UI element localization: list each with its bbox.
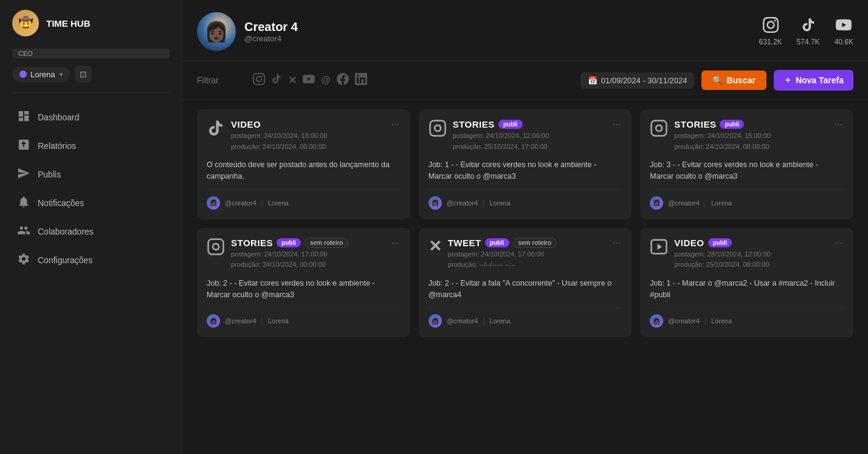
card-footer: 👩🏿 @creator4 | Lorena (429, 308, 622, 328)
card-header-left: STORIES publi postagem: 24/10/2024, 12:0… (429, 119, 549, 152)
card-divider: | (704, 317, 706, 325)
card-divider: | (483, 317, 484, 325)
tiktok-count: 574.7K (797, 38, 820, 46)
filter-linkedin-icon[interactable] (355, 73, 367, 88)
creator-avatar-small: 👩🏿 (650, 314, 663, 328)
card-assignee: Lorena (711, 199, 732, 207)
task-card-5[interactable]: ✕ TWEET publi sem roteiro postagem: 24/1… (419, 228, 632, 338)
card-divider: | (704, 199, 706, 207)
sidebar-item-dashboard[interactable]: Dashboard (5, 103, 177, 131)
card-assignee: Lorena (489, 199, 510, 207)
card-title-block: VIDEO postagem: 24/10/2024, 18:00:00 pro… (231, 119, 327, 152)
card-footer: 👩🏿 @creator4 | Lorena (207, 190, 401, 210)
card-header-left: STORIES publi sem roteiro postagem: 24/1… (207, 238, 348, 270)
date-range-picker[interactable]: 📅 01/09/2024 - 30/11/2024 (580, 72, 695, 89)
sem-roteiro-badge: sem roteiro (305, 238, 348, 248)
card-more-button[interactable]: ··· (833, 119, 844, 130)
sidebar-item-label: Configurações (38, 255, 92, 265)
sidebar-item-configuracoes[interactable]: Configurações (5, 246, 177, 274)
sidebar-item-publis[interactable]: Publis (5, 160, 177, 188)
card-header-left: VIDEO publi postagem: 28/10/2024, 12:00:… (650, 238, 770, 270)
sidebar-item-colaboradores[interactable]: Colaboradores (5, 218, 177, 246)
relatorios-icon (17, 138, 30, 154)
tiktok-stat[interactable]: 574.7K (797, 17, 820, 46)
card-body: Job: 3 - - Evitar cores verdes no look e… (650, 159, 844, 182)
user-dot (19, 71, 27, 78)
creator-avatar: 👩🏿 (197, 12, 236, 51)
card-user: @creator4 (668, 317, 700, 325)
layout-toggle-button[interactable]: ⊡ (75, 66, 92, 83)
task-card-2[interactable]: STORIES publi postagem: 24/10/2024, 12:0… (419, 109, 632, 219)
card-header: STORIES publi postagem: 24/10/2024, 15:0… (650, 119, 844, 152)
filter-instagram-icon[interactable] (253, 73, 265, 88)
filter-facebook-icon[interactable] (337, 73, 349, 88)
role-badge: CEO (12, 49, 170, 58)
card-user: @creator4 (447, 317, 478, 325)
publi-badge: publi (708, 238, 732, 247)
bell-icon (17, 195, 30, 211)
card-dates: postagem: 24/10/2024, 12:00:00 produção:… (453, 131, 549, 152)
card-more-button[interactable]: ··· (390, 238, 400, 249)
youtube-platform-icon (650, 238, 668, 259)
card-footer: 👩🏿 @creator4 | Lorena (207, 308, 401, 328)
card-footer: 👩🏿 @creator4 | Lorena (650, 308, 844, 328)
filter-tiktok-icon[interactable] (271, 74, 282, 88)
sidebar: 🤠 TIME HUB CEO Lorena ▾ ⊡ Dashboard Rela… (0, 0, 182, 454)
sidebar-item-label: Notificações (38, 198, 84, 208)
card-dates: postagem: 28/10/2024, 12:00:00 produção:… (674, 249, 770, 270)
task-card-3[interactable]: STORIES publi postagem: 24/10/2024, 15:0… (640, 109, 853, 219)
user-selector[interactable]: Lorena ▾ (12, 67, 70, 82)
card-title-block: TWEET publi sem roteiro postagem: 24/10/… (448, 238, 557, 270)
card-type: STORIES (674, 119, 716, 129)
card-body: Job: 1 - - Evitar cores verdes no look e… (429, 159, 622, 182)
filter-input[interactable] (197, 75, 246, 85)
creator-avatar-small: 👩🏿 (207, 314, 220, 328)
creator-details: Creator 4 @creator4 (244, 20, 298, 43)
task-card-1[interactable]: VIDEO postagem: 24/10/2024, 18:00:00 pro… (197, 109, 410, 219)
card-header: STORIES publi sem roteiro postagem: 24/1… (207, 238, 401, 270)
creator-avatar-small: 👩🏿 (429, 314, 442, 328)
main-content: 👩🏿 Creator 4 @creator4 631.2K 574.7K (182, 0, 868, 454)
search-icon: 🔍 (712, 75, 723, 85)
card-title-row: VIDEO (231, 119, 327, 129)
nova-tarefa-button[interactable]: ＋ Nova Tarefa (774, 70, 853, 91)
task-card-6[interactable]: VIDEO publi postagem: 28/10/2024, 12:00:… (640, 228, 853, 338)
card-more-button[interactable]: ··· (611, 119, 622, 130)
instagram-stat[interactable]: 631.2K (759, 17, 782, 46)
card-header-left: ✕ TWEET publi sem roteiro postagem: 24/1… (429, 238, 557, 270)
card-more-button[interactable]: ··· (833, 238, 844, 249)
sidebar-item-notificacoes[interactable]: Notificações (5, 189, 177, 217)
sem-roteiro-badge: sem roteiro (513, 238, 557, 248)
sidebar-header: 🤠 TIME HUB (0, 10, 182, 46)
card-body: Job: 2 - - Evitar cores verdes no look e… (207, 278, 401, 301)
sidebar-divider (12, 92, 170, 93)
filter-twitter-icon[interactable]: ✕ (288, 74, 297, 87)
filter-threads-icon[interactable]: @ (321, 75, 331, 86)
instagram-platform-icon (650, 119, 668, 140)
card-divider: | (483, 199, 484, 207)
twitter-platform-icon: ✕ (429, 238, 442, 255)
card-more-button[interactable]: ··· (611, 238, 622, 249)
card-assignee: Lorena (711, 317, 732, 325)
youtube-stat[interactable]: 40.6K (835, 17, 853, 46)
sidebar-item-relatorios[interactable]: Relatórios (5, 132, 177, 160)
card-assignee: Lorena (489, 317, 510, 325)
task-card-4[interactable]: STORIES publi sem roteiro postagem: 24/1… (197, 228, 410, 338)
card-type: STORIES (231, 238, 273, 248)
card-header-left: VIDEO postagem: 24/10/2024, 18:00:00 pro… (207, 119, 327, 152)
card-body: Job: 2 - - Evitar a fala "A concorrente"… (429, 278, 622, 301)
card-user: @creator4 (668, 199, 700, 207)
sidebar-item-label: Dashboard (38, 112, 80, 122)
buscar-button[interactable]: 🔍 Buscar (701, 71, 766, 90)
publi-badge: publi (485, 238, 509, 247)
svg-rect-0 (430, 121, 445, 136)
sidebar-item-label: Relatórios (38, 141, 76, 151)
card-title-row: STORIES publi (674, 119, 770, 129)
card-user: @creator4 (225, 199, 257, 207)
card-divider: | (261, 199, 263, 207)
card-type: VIDEO (674, 238, 704, 248)
filter-youtube-icon[interactable] (303, 73, 315, 88)
card-more-button[interactable]: ··· (390, 119, 400, 130)
filter-bar: ✕ @ 📅 01/09/2024 - 30/11/2024 🔍 Buscar ＋… (182, 61, 868, 100)
gear-icon (17, 252, 30, 268)
